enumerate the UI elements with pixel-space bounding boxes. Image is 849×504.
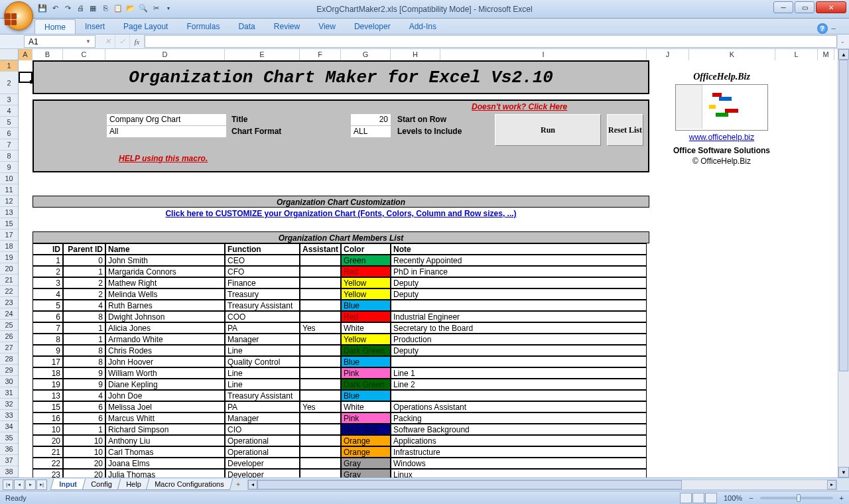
formula-bar-row: ▼ ✕ ✓ fx ⌄	[0, 34, 849, 49]
paste-icon[interactable]: 📋	[113, 3, 123, 13]
print-icon[interactable]: 🖨	[75, 3, 86, 13]
redo-icon[interactable]: ↷	[62, 3, 73, 13]
dropdown-icon[interactable]: ▼	[86, 38, 91, 44]
save-icon[interactable]: 💾	[37, 3, 48, 13]
cut-icon[interactable]: ✂	[151, 3, 161, 13]
ribbon-tab-add-ins[interactable]: Add-Ins	[400, 19, 446, 34]
maximize-button[interactable]: ▭	[795, 1, 815, 13]
new-icon[interactable]: ▦	[88, 3, 98, 13]
preview-icon[interactable]: 🔍	[138, 3, 149, 13]
name-box[interactable]: ▼	[24, 35, 96, 48]
ribbon-tab-formulas[interactable]: Formulas	[177, 19, 229, 34]
ribbon-tab-developer[interactable]: Developer	[345, 19, 400, 34]
formula-bar[interactable]	[145, 35, 837, 48]
cancel-icon[interactable]: ✕	[101, 34, 115, 48]
name-box-input[interactable]	[29, 37, 74, 46]
enter-icon[interactable]: ✓	[115, 34, 130, 48]
help-icon[interactable]: ?	[817, 23, 828, 34]
expand-formula-icon[interactable]: ⌄	[837, 34, 848, 48]
undo-icon[interactable]: ↶	[50, 3, 60, 13]
close-button[interactable]: ✕	[816, 1, 846, 13]
minimize-button[interactable]: ─	[773, 1, 793, 13]
fx-icon[interactable]: fx	[130, 34, 145, 48]
ribbon-tab-data[interactable]: Data	[229, 19, 264, 34]
ribbon-minimize-icon[interactable]: ─	[832, 25, 836, 32]
window-title: ExOrgChartMaker2.xls [Compatibility Mode…	[316, 5, 532, 14]
ribbon-tab-view[interactable]: View	[309, 19, 345, 34]
office-button[interactable]	[4, 1, 33, 31]
ribbon-tab-review[interactable]: Review	[265, 19, 309, 34]
title-bar: 💾 ↶ ↷ 🖨 ▦ ⎘ 📋 📂 🔍 ✂ ▼ ExOrgChartMaker2.x…	[0, 0, 849, 19]
ribbon-tab-insert[interactable]: Insert	[76, 19, 114, 34]
copy-icon[interactable]: ⎘	[100, 3, 111, 13]
ribbon-tab-home[interactable]: Home	[34, 19, 76, 34]
open-icon[interactable]: 📂	[125, 3, 136, 13]
ribbon-tabs: HomeInsertPage LayoutFormulasDataReviewV…	[0, 19, 849, 34]
quick-access-toolbar: 💾 ↶ ↷ 🖨 ▦ ⎘ 📋 📂 🔍 ✂ ▼	[37, 3, 174, 13]
ribbon-tab-page-layout[interactable]: Page Layout	[114, 19, 177, 34]
qat-dropdown-icon[interactable]: ▼	[163, 3, 174, 13]
